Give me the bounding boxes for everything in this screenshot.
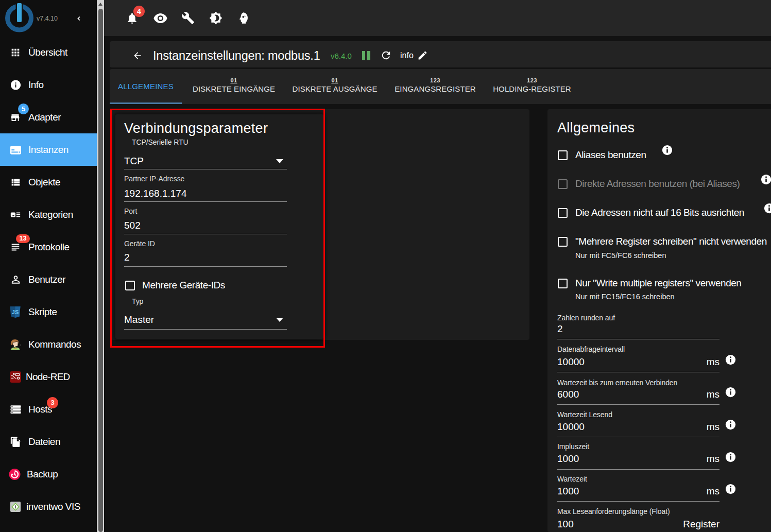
svg-text:JS: JS bbox=[12, 309, 19, 315]
